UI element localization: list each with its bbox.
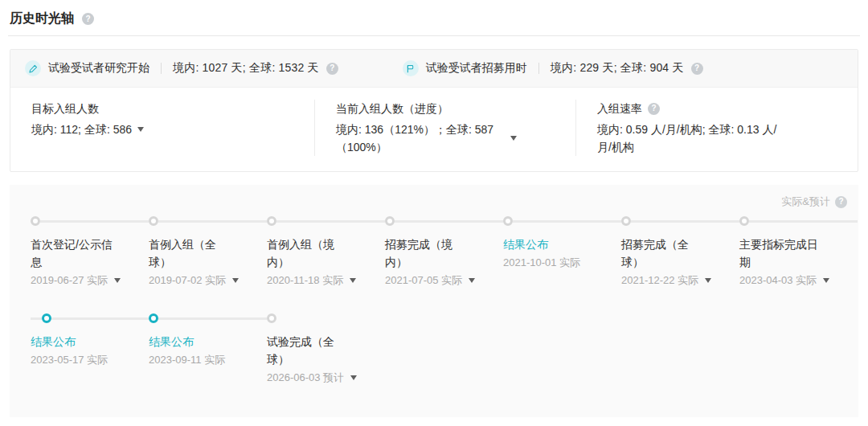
milestone-date-text: 2019-07-02 实际 bbox=[149, 273, 226, 288]
milestone-date: 2021-12-22 实际 bbox=[621, 273, 739, 288]
timeline-track bbox=[149, 313, 267, 323]
metric-label: 试验受试者研究开始 bbox=[48, 61, 149, 76]
summary-metric: 试验受试者招募用时 境内: 229 天; 全球: 904 天 bbox=[403, 60, 703, 76]
milestone-date-text: 2021-12-22 实际 bbox=[621, 273, 698, 288]
stat-label: 目标入组人数 bbox=[31, 100, 99, 117]
timeline-connector bbox=[158, 220, 267, 223]
timeline-track bbox=[385, 216, 503, 226]
timeline-dot bbox=[503, 216, 513, 226]
milestone-label: 首例入组（境 内） bbox=[267, 236, 363, 271]
help-icon[interactable] bbox=[82, 13, 94, 25]
milestone-label: 试验完成（全 球） bbox=[267, 333, 363, 368]
separator bbox=[161, 63, 162, 74]
stat-column: 入组速率 境内: 0.59 人/月/机构; 全球: 0.13 人/ 月/机构 bbox=[575, 100, 858, 156]
timeline-dot bbox=[739, 216, 749, 226]
timeline-track bbox=[31, 313, 149, 323]
help-icon[interactable] bbox=[835, 196, 847, 208]
flag-icon bbox=[403, 60, 419, 76]
timeline-dot bbox=[267, 313, 276, 323]
stat-column: 目标入组人数 境内: 112; 全球: 586 bbox=[10, 100, 314, 156]
timeline-dot bbox=[267, 216, 276, 226]
timeline-rows: 首次登记/公示信 息 2019-06-27 实际 首例入组（全 球） 2019-… bbox=[10, 216, 858, 385]
timeline-row: 结果公布 2023-05-17 实际 结果公布 2023-09-11 实际 试验… bbox=[10, 313, 858, 385]
page-title: 历史时光轴 bbox=[10, 10, 74, 27]
timeline-milestone: 结果公布 2021-10-01 实际 bbox=[503, 216, 621, 288]
timeline-milestone: 试验完成（全 球） 2026-06-03 预计 bbox=[267, 313, 385, 385]
milestone-date: 2020-11-18 实际 bbox=[267, 273, 385, 288]
stat-value: 境内: 112; 全球: 586 bbox=[31, 121, 132, 138]
timeline-milestone: 首次登记/公示信 息 2019-06-27 实际 bbox=[31, 216, 149, 288]
timeline-track bbox=[31, 216, 149, 226]
timeline-connector bbox=[51, 317, 149, 320]
chevron-down-icon[interactable] bbox=[469, 278, 475, 283]
metric-value: 境内: 229 天; 全球: 904 天 bbox=[551, 61, 684, 76]
chevron-down-icon[interactable] bbox=[350, 278, 356, 283]
timeline-dot bbox=[621, 216, 631, 226]
stat-value-row: 境内: 0.59 人/月/机构; 全球: 0.13 人/ 月/机构 bbox=[597, 121, 845, 156]
timeline-milestone: 首例入组（境 内） 2020-11-18 实际 bbox=[267, 216, 385, 288]
stat-label-row: 目标入组人数 bbox=[31, 100, 314, 117]
summary-card: 试验受试者研究开始 境内: 1027 天; 全球: 1532 天 试验受试者招募… bbox=[10, 49, 858, 172]
milestone-date: 2019-07-02 实际 bbox=[149, 273, 267, 288]
help-icon[interactable] bbox=[691, 63, 703, 75]
timeline-track bbox=[621, 216, 739, 226]
timeline-connector bbox=[395, 220, 503, 223]
milestone-label: 结果公布 bbox=[503, 236, 600, 253]
summary-header: 试验受试者研究开始 境内: 1027 天; 全球: 1532 天 试验受试者招募… bbox=[10, 50, 858, 88]
timeline-dot bbox=[149, 216, 158, 226]
metric-label: 试验受试者招募用时 bbox=[426, 61, 527, 76]
timeline-milestone: 主要指标完成日 期 2023-04-03 实际 bbox=[739, 216, 858, 288]
milestone-label: 招募完成（境 内） bbox=[385, 236, 481, 271]
milestone-date: 2026-06-03 预计 bbox=[267, 371, 385, 385]
stat-value-row: 境内: 136（121%）；全球: 587 （100%） bbox=[336, 121, 575, 156]
timeline-dot bbox=[42, 313, 51, 323]
stat-value-row: 境内: 112; 全球: 586 bbox=[31, 121, 314, 138]
timeline-dot bbox=[149, 313, 158, 323]
timeline-connector bbox=[276, 220, 385, 223]
chevron-down-icon[interactable] bbox=[114, 278, 121, 283]
milestone-date: 2023-09-11 实际 bbox=[149, 353, 267, 367]
milestone-date-text: 2023-09-11 实际 bbox=[149, 353, 225, 367]
stat-column: 当前入组人数（进度） 境内: 136（121%）；全球: 587 （100%） bbox=[314, 100, 575, 156]
chevron-down-icon[interactable] bbox=[823, 278, 829, 283]
milestone-label: 结果公布 bbox=[149, 333, 245, 350]
timeline-dot bbox=[385, 216, 395, 226]
milestone-label: 主要指标完成日 期 bbox=[739, 236, 836, 271]
timeline-milestone: 招募完成（境 内） 2021-07-05 实际 bbox=[385, 216, 503, 288]
milestone-date: 2019-06-27 实际 bbox=[31, 273, 149, 288]
stat-value: 境内: 136（121%）；全球: 587 （100%） bbox=[336, 121, 493, 156]
timeline-connector bbox=[749, 220, 858, 223]
milestone-label: 结果公布 bbox=[31, 333, 127, 350]
stat-label: 入组速率 bbox=[597, 100, 642, 117]
timeline-card: 实际&预计 首次登记/公示信 息 2019-06-27 实际 首例入组（全 球）… bbox=[10, 185, 858, 417]
milestone-label: 首次登记/公示信 息 bbox=[31, 236, 127, 271]
timeline-track bbox=[149, 216, 267, 226]
stat-label-row: 当前入组人数（进度） bbox=[336, 100, 575, 117]
help-icon[interactable] bbox=[648, 103, 660, 115]
timeline-connector bbox=[158, 317, 267, 320]
milestone-date: 2023-05-17 实际 bbox=[31, 353, 149, 367]
timeline-track bbox=[739, 216, 858, 226]
chevron-down-icon[interactable] bbox=[232, 278, 239, 283]
chevron-down-icon[interactable] bbox=[137, 127, 144, 132]
page-header: 历史时光轴 bbox=[0, 0, 868, 35]
timeline-track bbox=[267, 216, 385, 226]
chevron-down-icon[interactable] bbox=[350, 375, 357, 380]
milestone-date-text: 2023-04-03 实际 bbox=[739, 273, 817, 288]
pencil-icon bbox=[25, 60, 41, 76]
metric-value: 境内: 1027 天; 全球: 1532 天 bbox=[173, 61, 319, 76]
milestone-label: 首例入组（全 球） bbox=[149, 236, 245, 271]
milestone-date-text: 2020-11-18 实际 bbox=[267, 273, 343, 288]
timeline-milestone: 结果公布 2023-05-17 实际 bbox=[31, 313, 149, 385]
chevron-down-icon[interactable] bbox=[510, 136, 517, 141]
chevron-down-icon[interactable] bbox=[705, 278, 711, 283]
divider bbox=[8, 35, 860, 36]
timeline-legend: 实际&预计 bbox=[10, 193, 858, 216]
stat-label: 当前入组人数（进度） bbox=[336, 100, 448, 117]
timeline-track bbox=[267, 313, 385, 323]
timeline-milestone: 结果公布 2023-09-11 实际 bbox=[149, 313, 267, 385]
help-icon[interactable] bbox=[326, 63, 338, 75]
milestone-date-text: 2023-05-17 实际 bbox=[31, 353, 108, 367]
timeline-connector bbox=[40, 220, 149, 223]
timeline-track bbox=[503, 216, 621, 226]
